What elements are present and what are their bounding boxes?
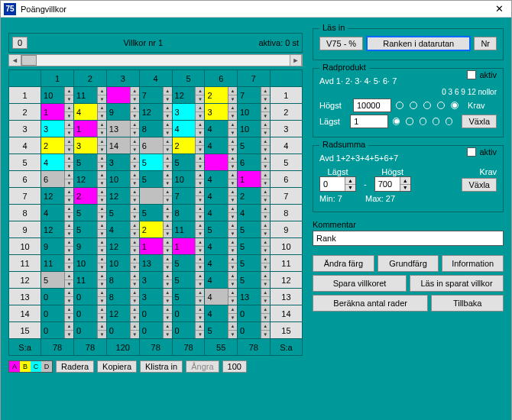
hundra-button[interactable]: 100	[222, 360, 247, 373]
grid-cell[interactable]: 12▲▼	[106, 238, 139, 255]
swatch-a[interactable]: A	[9, 361, 20, 372]
grid-cell[interactable]: 8▲▼	[139, 121, 172, 137]
grid-cell[interactable]: 5▲▼	[73, 154, 106, 171]
grid-cell[interactable]: 0▲▼	[73, 289, 106, 305]
grid-cell[interactable]: 10▲▼	[237, 121, 270, 137]
grid-cell[interactable]: 3▲▼	[41, 121, 74, 137]
nr-button[interactable]: Nr	[474, 37, 497, 50]
tillbaka-button[interactable]: Tillbaka	[431, 295, 504, 312]
grid-cell[interactable]: 1▲▼	[41, 104, 74, 121]
grid-cell[interactable]: 0▲▼	[172, 322, 205, 339]
rs-hogst-spinner[interactable]: 700 ▲▼	[374, 176, 411, 192]
grid-cell[interactable]: 11▲▼	[73, 87, 106, 104]
grid-cell[interactable]: 13▲▼	[106, 121, 139, 137]
grid-cell[interactable]: 7▲▼	[172, 188, 205, 205]
radera-button[interactable]: Radera	[56, 360, 94, 373]
grid-cell[interactable]: 9▲▼	[73, 238, 106, 255]
grid-cell[interactable]: 5▲▼	[41, 272, 74, 289]
grid-cell[interactable]: 5▲▼	[73, 221, 106, 238]
swatch-b[interactable]: B	[20, 361, 31, 372]
grid-cell[interactable]: 5▲▼	[172, 289, 205, 305]
kommentar-input[interactable]	[313, 231, 504, 246]
grid-cell[interactable]: 4▲▼	[205, 137, 237, 154]
ranken-button[interactable]: Ranken i datarutan	[366, 36, 471, 51]
grid-cell[interactable]: 4▲▼	[205, 205, 237, 221]
grid-cell[interactable]: 5▲▼	[73, 205, 106, 221]
grid-cell[interactable]: 5▲▼	[172, 154, 205, 171]
grid-cell[interactable]: 4▲▼	[106, 221, 139, 238]
grid-cell[interactable]: 5▲▼	[237, 255, 270, 272]
grid-cell[interactable]: 2▲▼	[172, 137, 205, 154]
grid-cell[interactable]: 11▲▼	[41, 255, 74, 272]
grid-cell[interactable]: ▲▼	[106, 87, 139, 104]
grid-cell[interactable]: 10▲▼	[172, 171, 205, 188]
nollor-radio-6[interactable]	[423, 102, 431, 109]
grid-cell[interactable]: 7▲▼	[237, 87, 270, 104]
grid-cell[interactable]: 7▲▼	[139, 87, 172, 104]
grid-cell[interactable]: 1▲▼	[237, 171, 270, 188]
lagst-radio-5[interactable]	[446, 118, 452, 125]
grid-cell[interactable]: 3▲▼	[172, 104, 205, 121]
grid-cell[interactable]: 4▲▼	[205, 188, 237, 205]
nollor-radio-9[interactable]	[437, 102, 445, 109]
grid-cell[interactable]: 4▲▼	[73, 104, 106, 121]
grid-cell[interactable]: 0▲▼	[73, 322, 106, 339]
villkor-scrollbar[interactable]: ◄ ►	[8, 54, 303, 66]
grid-cell[interactable]: 4▲▼	[205, 255, 237, 272]
grid-cell[interactable]: 0▲▼	[41, 322, 74, 339]
lagst-radio-1[interactable]	[393, 118, 400, 125]
lagst-radio-3[interactable]	[420, 118, 426, 125]
grid-cell[interactable]: 10▲▼	[237, 104, 270, 121]
angra-button[interactable]: Ångra	[186, 360, 219, 373]
grid-cell[interactable]: 1▲▼	[139, 238, 172, 255]
grid-cell[interactable]: ▲▼	[139, 188, 172, 205]
grid-cell[interactable]: 9▲▼	[106, 104, 139, 121]
grid-cell[interactable]: 9▲▼	[41, 238, 74, 255]
grid-cell[interactable]: 13▲▼	[237, 289, 270, 305]
grid-cell[interactable]: 12▲▼	[106, 305, 139, 322]
grid-cell[interactable]: 4▲▼	[205, 305, 237, 322]
grid-cell[interactable]: 5▲▼	[106, 205, 139, 221]
lagst-radio-4[interactable]	[433, 118, 439, 125]
grid-cell[interactable]: 14▲▼	[106, 137, 139, 154]
grid-cell[interactable]: 5▲▼	[172, 255, 205, 272]
radsumma-aktiv-checkbox[interactable]	[467, 147, 476, 157]
grid-cell[interactable]: 5▲▼	[205, 322, 237, 339]
grid-cell[interactable]: 0▲▼	[41, 305, 74, 322]
grid-cell[interactable]: 4▲▼	[205, 272, 237, 289]
v75-button[interactable]: V75 - %	[319, 37, 363, 50]
grid-cell[interactable]: 5▲▼	[237, 221, 270, 238]
scroll-right-arrow[interactable]: ►	[290, 55, 302, 66]
berakna-button[interactable]: Beräkna antal rader	[313, 295, 428, 312]
grid-cell[interactable]: 12▲▼	[41, 221, 74, 238]
grid-cell[interactable]: 4▲▼	[41, 154, 74, 171]
close-button[interactable]: ✕	[490, 2, 508, 16]
scroll-thumb[interactable]	[21, 55, 37, 66]
grid-cell[interactable]: 0▲▼	[139, 305, 172, 322]
grid-cell[interactable]: 5▲▼	[139, 154, 172, 171]
swatch-d[interactable]: D	[41, 361, 52, 372]
grid-cell[interactable]: 0▲▼	[73, 305, 106, 322]
grid-cell[interactable]: 6▲▼	[237, 154, 270, 171]
grid-cell[interactable]: 2▲▼	[73, 188, 106, 205]
nollor-radio-12[interactable]	[451, 102, 459, 109]
grid-cell[interactable]: 0▲▼	[41, 289, 74, 305]
grid-cell[interactable]: 10▲▼	[106, 255, 139, 272]
grid-cell[interactable]: 1▲▼	[172, 238, 205, 255]
grundfarg-button[interactable]: Grundfärg	[378, 255, 439, 272]
grid-cell[interactable]: 5▲▼	[237, 137, 270, 154]
grid-cell[interactable]: 0▲▼	[106, 322, 139, 339]
vaxla-button[interactable]: Växla	[462, 115, 497, 128]
grid-cell[interactable]: 5▲▼	[205, 221, 237, 238]
grid-cell[interactable]: 3▲▼	[205, 104, 237, 121]
kopiera-button[interactable]: Kopiera	[97, 360, 137, 373]
grid-cell[interactable]: 12▲▼	[41, 188, 74, 205]
grid-cell[interactable]: 4▲▼	[237, 205, 270, 221]
grid-cell[interactable]: 10▲▼	[106, 171, 139, 188]
grid-cell[interactable]: ▲▼	[205, 154, 237, 171]
grid-cell[interactable]: 5▲▼	[139, 171, 172, 188]
grid-cell[interactable]: 8▲▼	[106, 272, 139, 289]
nollor-radio-0[interactable]	[396, 102, 403, 109]
grid-cell[interactable]: 5▲▼	[139, 205, 172, 221]
grid-cell[interactable]: 8▲▼	[172, 205, 205, 221]
